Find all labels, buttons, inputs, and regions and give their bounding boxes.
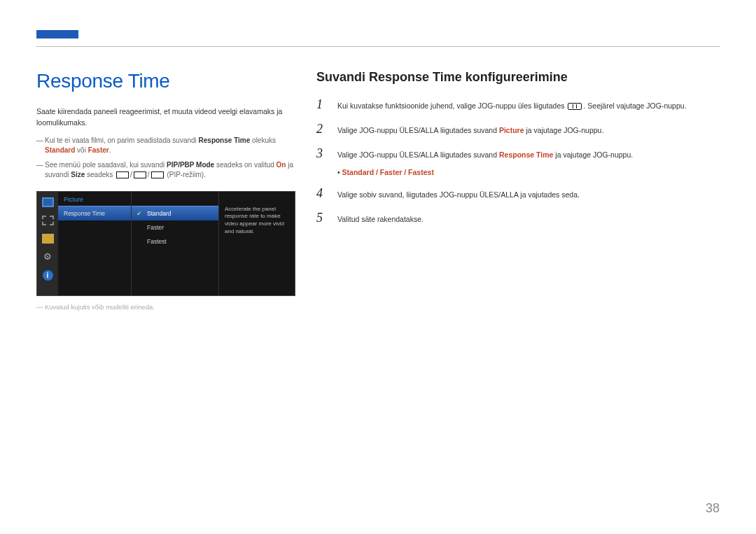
osd-option-fastest: Fastest bbox=[132, 234, 218, 248]
intro-text: Saate kiirendada paneeli reageerimist, e… bbox=[36, 106, 295, 129]
note-2: See menüü pole saadaval, kui suvandi PIP… bbox=[36, 160, 295, 181]
osd-section-header: Picture bbox=[58, 192, 131, 206]
step-4: 4 Valige sobiv suvand, liigutades JOG-nu… bbox=[316, 186, 720, 201]
step-2-text-a: Valige JOG-nuppu ÜLES/ALLA liigutades su… bbox=[337, 126, 499, 134]
step-1-text-a: Kui kuvatakse funktsioonide juhend, vali… bbox=[337, 101, 566, 110]
section-subtitle: Suvandi Response Time konfigureerimine bbox=[316, 70, 720, 85]
content-columns: Response Time Saate kiirendada paneeli r… bbox=[36, 70, 720, 311]
display-icon bbox=[42, 234, 54, 244]
pip-size-icon-3 bbox=[151, 171, 164, 178]
osd-screenshot: ⚙ i Picture Response Time Standard Faste… bbox=[36, 191, 295, 296]
note-2-text-h: (PIP-režiim). bbox=[165, 171, 206, 178]
note-1-bold-responsetime: Response Time bbox=[199, 136, 251, 144]
note-2-accent-on: On bbox=[276, 161, 286, 169]
step-5: 5 Valitud säte rakendatakse. bbox=[316, 211, 720, 225]
step-2-text-c: ja vajutage JOG-nuppu. bbox=[524, 126, 604, 134]
step-number-3: 3 bbox=[316, 146, 326, 161]
right-column: Suvandi Response Time konfigureerimine 1… bbox=[316, 70, 720, 311]
steps-list: 1 Kui kuvatakse funktsioonide juhend, va… bbox=[316, 97, 720, 225]
step-2-text: Valige JOG-nuppu ÜLES/ALLA liigutades su… bbox=[337, 125, 603, 136]
note-2-text-a: See menüü pole saadaval, kui suvandi bbox=[45, 161, 167, 169]
options-values: Standard / Faster / Fastest bbox=[342, 168, 434, 176]
step-number-5: 5 bbox=[316, 211, 326, 225]
note-1-accent-standard: Standard bbox=[45, 146, 75, 154]
note-1-text-c: olekuks bbox=[250, 136, 276, 144]
note-2-text-c: seadeks on valitud bbox=[214, 161, 276, 169]
step-number-1: 1 bbox=[316, 97, 326, 112]
note-2-text-g: seadeks bbox=[85, 171, 115, 178]
osd-menu-list: Picture Response Time bbox=[58, 192, 132, 295]
jog-menu-icon bbox=[568, 103, 582, 110]
pip-size-icon-1 bbox=[116, 171, 129, 178]
step-4-text: Valige sobiv suvand, liigutades JOG-nupp… bbox=[337, 190, 580, 201]
monitor-icon bbox=[42, 197, 54, 207]
note-1-accent-faster: Faster bbox=[88, 146, 109, 154]
page-title: Response Time bbox=[36, 70, 295, 92]
header-rule bbox=[36, 46, 720, 47]
step-number-2: 2 bbox=[316, 122, 326, 136]
step-3-text: Valige JOG-nuppu ÜLES/ALLA liigutades su… bbox=[337, 150, 633, 161]
step-1-text: Kui kuvatakse funktsioonide juhend, vali… bbox=[337, 101, 687, 112]
page-number: 38 bbox=[706, 501, 720, 516]
osd-option-faster: Faster bbox=[132, 220, 218, 234]
osd-sidebar: ⚙ i bbox=[37, 192, 58, 295]
info-icon: i bbox=[43, 270, 53, 281]
pip-size-icon-2 bbox=[134, 171, 146, 178]
note-2-bold-size: Size bbox=[71, 171, 85, 178]
step-1-text-b: . Seejärel vajutage JOG-nuppu. bbox=[583, 101, 686, 110]
osd-options-list: Standard Faster Fastest bbox=[132, 192, 219, 295]
step-3-accent-responsetime: Response Time bbox=[499, 150, 553, 159]
step-3-text-a: Valige JOG-nuppu ÜLES/ALLA liigutades su… bbox=[337, 150, 499, 159]
gear-icon: ⚙ bbox=[42, 252, 54, 262]
note-1-text-g: . bbox=[109, 146, 111, 154]
step-3: 3 Valige JOG-nuppu ÜLES/ALLA liigutades … bbox=[316, 146, 720, 161]
header-accent-bar bbox=[36, 30, 78, 38]
step-2-accent-picture: Picture bbox=[499, 126, 524, 134]
step-2: 2 Valige JOG-nuppu ÜLES/ALLA liigutades … bbox=[316, 122, 720, 136]
osd-menu-item-selected: Response Time bbox=[58, 206, 131, 220]
image-footnote: Kuvatud kujutis võib mudeliti erineda. bbox=[36, 303, 295, 311]
note-1-text-e: või bbox=[75, 146, 88, 154]
note-1-text-a: Kui te ei vaata filmi, on parim seadista… bbox=[45, 136, 199, 144]
note-2-bold-pipmode: PIP/PBP Mode bbox=[167, 161, 214, 169]
note-1: Kui te ei vaata filmi, on parim seadista… bbox=[36, 136, 295, 156]
step-5-text: Valitud säte rakendatakse. bbox=[337, 214, 424, 225]
options-line: Standard / Faster / Fastest bbox=[337, 168, 720, 176]
step-number-4: 4 bbox=[316, 186, 326, 201]
step-1: 1 Kui kuvatakse funktsioonide juhend, va… bbox=[316, 97, 720, 112]
pip-icon bbox=[42, 216, 54, 225]
left-column: Response Time Saate kiirendada paneeli r… bbox=[36, 70, 295, 311]
step-3-text-c: ja vajutage JOG-nuppu. bbox=[553, 150, 633, 159]
osd-description: Accelerate the panel response rate to ma… bbox=[219, 192, 295, 295]
osd-option-standard: Standard bbox=[132, 206, 218, 220]
